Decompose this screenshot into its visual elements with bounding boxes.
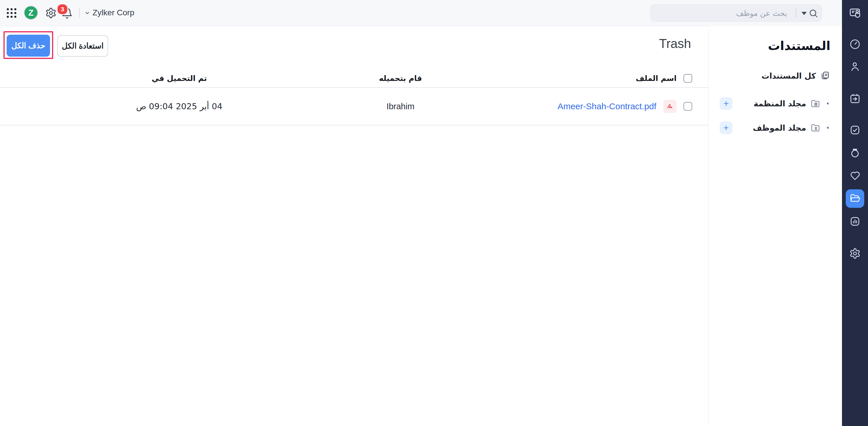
pdf-file-chip: [663, 100, 677, 113]
org-folder-collapse-icon[interactable]: [826, 101, 830, 106]
employee-search: [650, 4, 822, 22]
all-documents-label: كل المستندات: [762, 71, 816, 80]
table-header-row: اسم الملف قام بتحميله تم التحميل في: [0, 69, 708, 88]
select-all-checkbox[interactable]: [684, 74, 692, 83]
all-documents-icon: [820, 70, 830, 81]
nav-all-documents[interactable]: كل المستندات: [709, 69, 842, 82]
notification-badge: 3: [57, 3, 68, 15]
settings-icon[interactable]: [45, 7, 57, 19]
uploaded-at-value: 04 أبر 2025 09:04 ص: [136, 101, 222, 111]
employee-folder-collapse-icon[interactable]: [826, 125, 830, 131]
hr-card-icon[interactable]: [849, 7, 861, 20]
payroll-icon[interactable]: [849, 148, 861, 159]
wellness-heart-icon[interactable]: [849, 170, 861, 182]
table-row: Ameer-Shah-Contract.pdf Ibrahim 04 أبر 2…: [0, 88, 708, 125]
employee-folder-label: مجلد الموظف: [753, 123, 806, 132]
pdf-icon: [666, 102, 674, 110]
dashboard-icon[interactable]: [849, 38, 861, 50]
page-title: Trash: [659, 36, 691, 51]
header-uploaded-at: تم التحميل في: [152, 74, 207, 83]
topbar-divider: [79, 8, 80, 18]
uploaded-by-value: Ibrahim: [386, 102, 415, 111]
documents-panel: المستندات كل المستندات مجلد المنظمة +: [708, 26, 842, 426]
module-rail: [842, 0, 868, 426]
people-icon[interactable]: [849, 61, 861, 72]
documents-folder-icon: [849, 193, 861, 204]
row-checkbox[interactable]: [684, 102, 692, 111]
search-input[interactable]: [655, 5, 787, 22]
org-folder-icon: [810, 98, 820, 109]
reports-icon[interactable]: [849, 216, 861, 227]
logo-letter: Z: [28, 8, 34, 18]
add-org-folder-button[interactable]: +: [720, 97, 733, 110]
delete-all-button[interactable]: حذف الكل: [7, 35, 50, 57]
restore-all-button[interactable]: استعادة الكل: [57, 35, 108, 57]
org-folder-label: مجلد المنظمة: [754, 99, 806, 108]
search-filter-dropdown-icon[interactable]: [802, 12, 807, 15]
apps-grid-icon[interactable]: [6, 8, 17, 18]
attendance-icon[interactable]: [849, 93, 861, 104]
trash-view: حذف الكل استعادة الكل Trash اسم الملف قا…: [0, 26, 708, 426]
org-switcher[interactable]: Zylker Corp: [93, 8, 134, 17]
documents-panel-title: المستندات: [768, 39, 830, 53]
topbar: Z 3 Zylker Corp: [0, 0, 842, 26]
add-employee-folder-button[interactable]: +: [720, 121, 733, 134]
search-divider: [796, 9, 796, 17]
header-uploaded-by: قام بتحميله: [379, 74, 422, 83]
header-file-name: اسم الملف: [636, 74, 677, 83]
zoho-logo[interactable]: Z: [24, 6, 38, 20]
employee-folder-icon: [810, 123, 820, 133]
documents-nav-active[interactable]: [846, 189, 864, 208]
search-icon[interactable]: [808, 8, 818, 18]
file-link[interactable]: Ameer-Shah-Contract.pdf: [557, 101, 656, 111]
app-window: Z 3 Zylker Corp: [0, 0, 868, 426]
tasks-icon[interactable]: [849, 124, 861, 136]
rail-settings-icon[interactable]: [849, 248, 861, 259]
org-chevron-down-icon[interactable]: [85, 10, 90, 16]
